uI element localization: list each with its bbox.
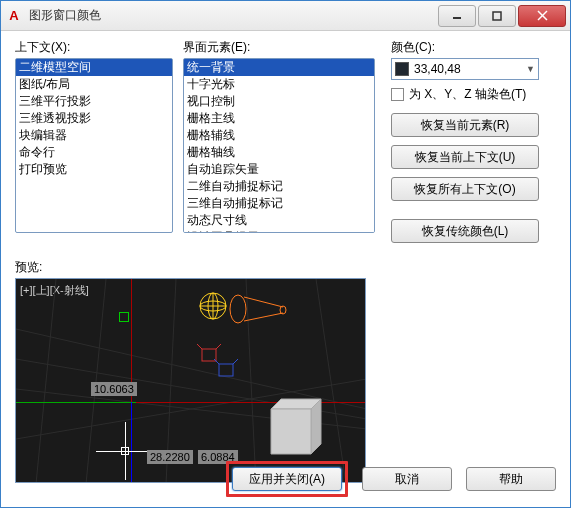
- element-item[interactable]: 动态尺寸线: [184, 212, 374, 229]
- color-swatch: [395, 62, 409, 76]
- svg-line-26: [214, 359, 219, 364]
- xyz-tint-checkbox[interactable]: [391, 88, 404, 101]
- close-button[interactable]: [518, 5, 566, 27]
- svg-point-18: [230, 295, 246, 323]
- selection-marker: [119, 312, 129, 322]
- svg-line-24: [216, 344, 221, 349]
- element-item[interactable]: 视口控制: [184, 93, 374, 110]
- window-controls: [436, 5, 566, 27]
- globe-icon: [198, 291, 228, 321]
- element-item[interactable]: 自动追踪矢量: [184, 161, 374, 178]
- color-value: 33,40,48: [414, 62, 461, 76]
- camera-blue-icon: [211, 354, 241, 384]
- coord-value-1: 10.6063: [91, 382, 137, 396]
- element-item[interactable]: 栅格辅线: [184, 127, 374, 144]
- restore-element-button[interactable]: 恢复当前元素(R): [391, 113, 539, 137]
- context-item[interactable]: 命令行: [16, 144, 172, 161]
- chevron-down-icon: ▼: [526, 64, 535, 74]
- cursor-pickbox: [121, 447, 129, 455]
- element-item[interactable]: 统一背景: [184, 59, 374, 76]
- dialog-buttons: 应用并关闭(A) 取消 帮助: [226, 461, 556, 497]
- window-title: 图形窗口颜色: [29, 7, 436, 24]
- preview-viewport: [+][上][X-射线]: [15, 278, 366, 483]
- maximize-button[interactable]: [478, 5, 516, 27]
- svg-line-27: [233, 359, 238, 364]
- element-item[interactable]: 栅格轴线: [184, 144, 374, 161]
- preview-label: 预览:: [15, 259, 556, 276]
- svg-rect-25: [219, 364, 233, 376]
- element-item[interactable]: 栅格主线: [184, 110, 374, 127]
- coord-value-2: 28.2280: [147, 450, 193, 464]
- element-item[interactable]: 三维自动捕捉标记: [184, 195, 374, 212]
- svg-line-20: [244, 313, 283, 321]
- svg-marker-29: [311, 399, 321, 454]
- light-cone-icon: [228, 289, 288, 329]
- context-item[interactable]: 打印预览: [16, 161, 172, 178]
- svg-rect-1: [493, 12, 501, 20]
- element-item[interactable]: 十字光标: [184, 76, 374, 93]
- restore-all-button[interactable]: 恢复所有上下文(O): [391, 177, 539, 201]
- context-listbox[interactable]: 二维模型空间图纸/布局三维平行投影三维透视投影块编辑器命令行打印预览: [15, 58, 173, 233]
- cancel-button[interactable]: 取消: [362, 467, 452, 491]
- highlight-annotation: 应用并关闭(A): [226, 461, 348, 497]
- svg-line-8: [36, 279, 56, 483]
- restore-context-button[interactable]: 恢复当前上下文(U): [391, 145, 539, 169]
- svg-line-19: [244, 297, 283, 307]
- context-item[interactable]: 三维平行投影: [16, 93, 172, 110]
- help-button[interactable]: 帮助: [466, 467, 556, 491]
- context-item[interactable]: 二维模型空间: [16, 59, 172, 76]
- element-listbox[interactable]: 统一背景十字光标视口控制栅格主线栅格辅线栅格轴线自动追踪矢量二维自动捕捉标记三维…: [183, 58, 375, 233]
- cube-icon: [261, 394, 331, 464]
- color-combobox[interactable]: 33,40,48 ▼: [391, 58, 539, 80]
- svg-line-9: [86, 279, 106, 483]
- minimize-button[interactable]: [438, 5, 476, 27]
- svg-line-23: [197, 344, 202, 349]
- context-label: 上下文(X):: [15, 39, 173, 56]
- dialog-window: A 图形窗口颜色 上下文(X): 二维模型空间图纸/布局三维平行投影三维透视投影…: [0, 0, 571, 508]
- svg-point-21: [280, 306, 286, 314]
- color-label: 颜色(C):: [391, 39, 556, 56]
- svg-marker-30: [271, 409, 311, 454]
- app-icon: A: [5, 7, 23, 25]
- element-item[interactable]: 二维自动捕捉标记: [184, 178, 374, 195]
- xyz-tint-label: 为 X、Y、Z 轴染色(T): [409, 86, 526, 103]
- element-label: 界面元素(E):: [183, 39, 375, 56]
- apply-close-button[interactable]: 应用并关闭(A): [232, 467, 342, 491]
- context-item[interactable]: 图纸/布局: [16, 76, 172, 93]
- context-item[interactable]: 块编辑器: [16, 127, 172, 144]
- restore-legacy-button[interactable]: 恢复传统颜色(L): [391, 219, 539, 243]
- element-item[interactable]: 设计工具提示: [184, 229, 374, 233]
- context-item[interactable]: 三维透视投影: [16, 110, 172, 127]
- titlebar: A 图形窗口颜色: [1, 1, 570, 31]
- dialog-body: 上下文(X): 二维模型空间图纸/布局三维平行投影三维透视投影块编辑器命令行打印…: [1, 31, 570, 493]
